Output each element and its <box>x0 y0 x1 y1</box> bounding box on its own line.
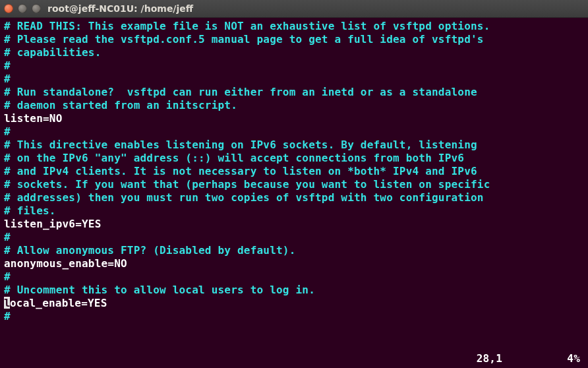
file-line: # <box>4 231 584 244</box>
file-line: # <box>4 59 584 73</box>
file-line-cursor: local_enable=YES <box>4 297 584 310</box>
file-line: # READ THIS: This example file is NOT an… <box>4 20 584 33</box>
cursor-block-icon: l <box>4 297 10 309</box>
window-titlebar: root@jeff-NC01U: /home/jeff <box>0 0 588 18</box>
file-line: anonymous_enable=NO <box>4 257 584 270</box>
file-line: # on the IPv6 "any" address (::) will ac… <box>4 152 584 165</box>
file-line-rest: ocal_enable=YES <box>10 297 107 309</box>
file-line: # capabilities. <box>4 46 584 59</box>
file-line: # <box>4 310 584 323</box>
minimize-icon[interactable] <box>18 4 27 13</box>
file-line: # Please read the vsftpd.conf.5 manual p… <box>4 33 584 46</box>
cursor-position: 28,1 <box>477 352 502 365</box>
close-icon[interactable] <box>4 4 13 13</box>
file-line: # <box>4 73 584 86</box>
file-line: listen_ipv6=YES <box>4 218 584 231</box>
scroll-percent: 4% <box>567 352 580 365</box>
vim-status-ruler: 28,1 4% <box>477 352 580 365</box>
file-line: # and IPv4 clients. It is not necessary … <box>4 165 584 178</box>
file-line: # Run standalone? vsftpd can run either … <box>4 86 584 99</box>
window-controls <box>4 4 41 13</box>
file-line: # <box>4 270 584 284</box>
file-line: # Uncomment this to allow local users to… <box>4 284 584 297</box>
file-line: # sockets. If you want that (perhaps bec… <box>4 178 584 191</box>
file-line: # This directive enables listening on IP… <box>4 138 584 152</box>
file-line: listen=NO <box>4 112 584 125</box>
file-line: # addresses) then you must run two copie… <box>4 191 584 204</box>
file-line: # files. <box>4 204 584 218</box>
terminal-viewport[interactable]: # READ THIS: This example file is NOT an… <box>0 18 588 368</box>
window-title: root@jeff-NC01U: /home/jeff <box>47 3 193 14</box>
maximize-icon[interactable] <box>32 4 41 13</box>
file-line: # Allow anonymous FTP? (Disabled by defa… <box>4 244 584 257</box>
file-line: # daemon started from an initscript. <box>4 99 584 112</box>
file-line: # <box>4 125 584 138</box>
